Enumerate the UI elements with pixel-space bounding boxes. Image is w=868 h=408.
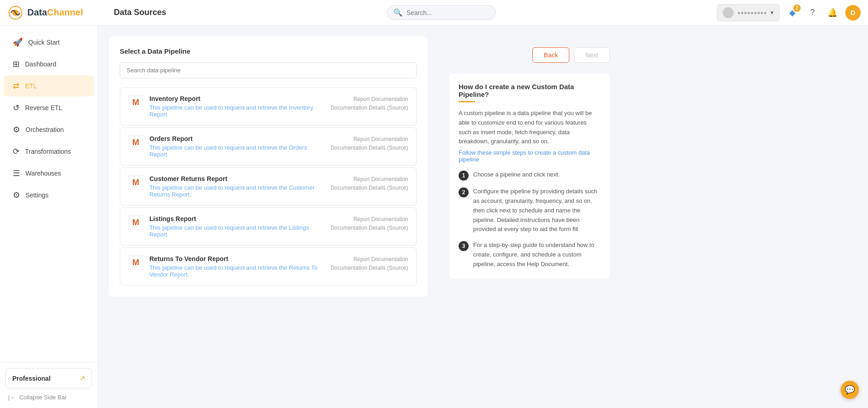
search-box[interactable]: 🔍 bbox=[387, 5, 496, 20]
pipeline-doc-details-link[interactable]: Documentation Details (Source) bbox=[331, 264, 408, 272]
header-right: ●●●●●●●●● ▾ ◆ 2 ? 🔔 D bbox=[717, 4, 861, 21]
sidebar-item-label: Settings bbox=[26, 191, 49, 199]
orchestration-icon: ⚙ bbox=[13, 125, 20, 135]
diamond-button[interactable]: ◆ 2 bbox=[785, 5, 800, 20]
pipeline-doc-details-link[interactable]: Documentation Details (Source) bbox=[331, 104, 408, 112]
back-button[interactable]: Back bbox=[532, 47, 569, 63]
action-buttons: Back Next bbox=[449, 47, 610, 63]
sidebar-item-reverse-etl[interactable]: ↺ Reverse ETL bbox=[4, 97, 94, 118]
pipeline-search-input[interactable] bbox=[120, 62, 417, 78]
sidebar-item-label: ETL bbox=[25, 82, 37, 90]
pipeline-report-doc-link[interactable]: Report Documentation bbox=[331, 95, 408, 104]
reverse-etl-icon: ↺ bbox=[13, 103, 20, 113]
pipeline-name: Listings Report bbox=[149, 215, 324, 222]
svg-text:M: M bbox=[133, 138, 139, 147]
sidebar-item-dashboard[interactable]: ⊞ Dashboard bbox=[4, 54, 94, 75]
sidebar-item-label: Warehouses bbox=[26, 170, 61, 177]
pipeline-report-doc-link[interactable]: Report Documentation bbox=[331, 255, 408, 264]
help-steps: 1 Choose a pipeline and click next. 2 Co… bbox=[459, 170, 601, 269]
next-button[interactable]: Next bbox=[574, 47, 610, 63]
sidebar-item-settings[interactable]: ⚙ Settings bbox=[4, 185, 94, 206]
sidebar-item-etl[interactable]: ⇄ ETL bbox=[4, 76, 94, 96]
help-step-1: 1 Choose a pipeline and click next. bbox=[459, 170, 601, 181]
svg-text:M: M bbox=[133, 178, 139, 187]
help-underline bbox=[459, 101, 475, 102]
workspace-selector[interactable]: ●●●●●●●●● ▾ bbox=[717, 4, 780, 21]
svg-text:M: M bbox=[133, 218, 139, 227]
collapse-label: Collapse Side Bar bbox=[19, 394, 66, 401]
workspace-avatar bbox=[723, 7, 734, 18]
transformations-icon: ⟳ bbox=[13, 146, 20, 156]
step-text-2: Configure the pipeline by providing deta… bbox=[473, 187, 601, 234]
pipeline-report-doc-link[interactable]: Report Documentation bbox=[331, 135, 408, 144]
logo-icon bbox=[7, 5, 24, 21]
pipeline-report-doc-link[interactable]: Report Documentation bbox=[331, 175, 408, 184]
pipeline-logo: M bbox=[128, 95, 143, 110]
page-title: Data Sources bbox=[114, 8, 166, 17]
sidebar-bottom: Professional ↗ |← Collapse Side Bar bbox=[0, 362, 97, 408]
help-step-3: 3 For a step-by-step guide to understand… bbox=[459, 241, 601, 269]
professional-badge[interactable]: Professional ↗ bbox=[5, 368, 92, 388]
pipeline-panel: Select a Data Pipeline M Inventory Repor… bbox=[109, 36, 428, 297]
notification-button[interactable]: 🔔 bbox=[825, 5, 840, 20]
sidebar-item-label: Reverse ETL bbox=[25, 104, 62, 111]
svg-text:M: M bbox=[133, 98, 139, 107]
main-layout: 🚀 Quick Start ⊞ Dashboard ⇄ ETL ↺ Revers… bbox=[0, 25, 868, 408]
logo: DataChannel bbox=[7, 5, 103, 21]
content-area: Select a Data Pipeline M Inventory Repor… bbox=[98, 25, 868, 408]
sidebar-nav: 🚀 Quick Start ⊞ Dashboard ⇄ ETL ↺ Revers… bbox=[0, 25, 97, 362]
pipeline-item-inventory[interactable]: M Inventory Report This pipeline can be … bbox=[120, 87, 417, 126]
pipeline-desc: This pipeline can be used to request and… bbox=[149, 104, 324, 118]
search-area: 🔍 bbox=[174, 5, 710, 20]
help-icon: ? bbox=[810, 8, 815, 17]
sidebar-item-orchestration[interactable]: ⚙ Orchestration bbox=[4, 119, 94, 140]
workspace-label: ●●●●●●●●● bbox=[737, 10, 767, 16]
pipeline-desc: This pipeline can be used to request and… bbox=[149, 224, 324, 238]
pipeline-item-customer-returns[interactable]: M Customer Returns Report This pipeline … bbox=[120, 167, 417, 206]
step-number-3: 3 bbox=[459, 241, 469, 251]
pipeline-desc: This pipeline can be used to request and… bbox=[149, 184, 324, 198]
step-text-1: Choose a pipeline and click next. bbox=[473, 170, 560, 180]
rocket-icon: 🚀 bbox=[13, 37, 23, 47]
sidebar-item-quick-start[interactable]: 🚀 Quick Start bbox=[4, 32, 94, 53]
sidebar-item-label: Transformations bbox=[25, 148, 71, 155]
sidebar-item-transformations[interactable]: ⟳ Transformations bbox=[4, 141, 94, 162]
professional-label: Professional bbox=[12, 375, 51, 382]
pipeline-doc-details-link[interactable]: Documentation Details (Source) bbox=[331, 144, 408, 152]
pipeline-name: Returns To Vendor Report bbox=[149, 255, 324, 262]
search-input[interactable] bbox=[406, 9, 488, 16]
collapse-sidebar-button[interactable]: |← Collapse Side Bar bbox=[5, 392, 92, 403]
pipeline-report-doc-link[interactable]: Report Documentation bbox=[331, 215, 408, 224]
pipeline-desc: This pipeline can be used to request and… bbox=[149, 264, 324, 278]
pipeline-item-listings[interactable]: M Listings Report This pipeline can be u… bbox=[120, 207, 417, 246]
pipeline-item-orders[interactable]: M Orders Report This pipeline can be use… bbox=[120, 127, 417, 166]
help-step-2: 2 Configure the pipeline by providing de… bbox=[459, 187, 601, 234]
pipeline-item-returns-vendor[interactable]: M Returns To Vendor Report This pipeline… bbox=[120, 247, 417, 286]
chevron-down-icon: ▾ bbox=[771, 9, 774, 16]
step-number-2: 2 bbox=[459, 187, 469, 197]
pipeline-name: Orders Report bbox=[149, 135, 324, 142]
bell-icon: 🔔 bbox=[827, 8, 837, 18]
pipeline-name: Customer Returns Report bbox=[149, 175, 324, 182]
pipeline-doc-details-link[interactable]: Documentation Details (Source) bbox=[331, 224, 408, 232]
pipeline-doc-details-link[interactable]: Documentation Details (Source) bbox=[331, 184, 408, 192]
collapse-icon: |← bbox=[8, 394, 15, 401]
pipeline-desc: This pipeline can be used to request and… bbox=[149, 144, 324, 158]
pipeline-logo: M bbox=[128, 135, 143, 150]
help-title: How do I create a new Custom Data Pipeli… bbox=[459, 83, 601, 98]
help-follow-link[interactable]: Follow these simple steps to create a cu… bbox=[459, 149, 601, 163]
notification-badge: 2 bbox=[793, 5, 801, 12]
user-avatar[interactable]: D bbox=[845, 5, 861, 20]
help-button[interactable]: ? bbox=[805, 5, 820, 20]
search-icon: 🔍 bbox=[393, 8, 403, 17]
right-panel: Back Next How do I create a new Custom D… bbox=[439, 36, 621, 289]
dashboard-icon: ⊞ bbox=[13, 59, 20, 69]
settings-icon: ⚙ bbox=[13, 190, 20, 200]
sidebar-item-warehouses[interactable]: ☰ Warehouses bbox=[4, 163, 94, 184]
step-number-1: 1 bbox=[459, 171, 469, 181]
pipeline-name: Inventory Report bbox=[149, 95, 324, 102]
chat-button[interactable]: 💬 bbox=[841, 381, 859, 399]
step-text-3: For a step-by-step guide to understand h… bbox=[473, 241, 601, 269]
help-intro: A custom pipeline is a data pipeline tha… bbox=[459, 109, 601, 146]
sidebar-item-label: Quick Start bbox=[28, 39, 60, 46]
